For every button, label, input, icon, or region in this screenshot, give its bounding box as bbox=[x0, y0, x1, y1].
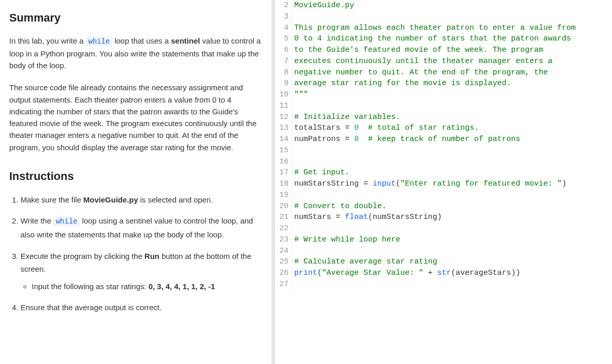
code-line[interactable]: 12 # Initialize variables. bbox=[275, 112, 612, 123]
code-text: """ bbox=[294, 89, 612, 100]
code-line[interactable]: 5 0 to 4 indicating the number of stars … bbox=[275, 33, 612, 45]
code-text: totalStars = 0 # total of star ratings. bbox=[294, 123, 612, 134]
code-text bbox=[294, 279, 612, 290]
line-number: 8 bbox=[275, 67, 292, 78]
code-line[interactable]: 23 # Write while loop here bbox=[275, 234, 612, 246]
code-text: negative number to quit. At the end of t… bbox=[294, 67, 612, 78]
text: loop that uses a bbox=[112, 36, 171, 45]
step-3: Execute the program by clicking the Run … bbox=[21, 250, 262, 293]
line-number: 19 bbox=[275, 190, 292, 201]
step-1: Make sure the file MovieGuide.py is sele… bbox=[21, 193, 262, 207]
text: Make sure the file bbox=[21, 195, 84, 204]
code-text: # Calculate average star rating bbox=[294, 256, 612, 268]
code-line[interactable]: 6 to the Guide's featured movie of the w… bbox=[275, 45, 612, 56]
line-number: 27 bbox=[275, 279, 292, 290]
code-line[interactable]: 21 numStars = float(numStarsString) bbox=[275, 212, 612, 223]
code-text: # Get input. bbox=[294, 167, 612, 178]
step-4: Ensure that the average output is correc… bbox=[21, 301, 262, 314]
line-number: 18 bbox=[275, 178, 292, 190]
text: is selected and open. bbox=[138, 195, 213, 204]
line-number: 20 bbox=[275, 201, 292, 212]
line-number: 4 bbox=[275, 23, 292, 34]
line-number: 17 bbox=[275, 167, 292, 178]
code-line[interactable]: 9 average star rating for the movie is d… bbox=[275, 78, 612, 89]
line-number: 25 bbox=[275, 256, 292, 268]
code-line[interactable]: 10 """ bbox=[275, 89, 612, 100]
line-number: 21 bbox=[275, 212, 292, 223]
line-number: 12 bbox=[275, 112, 292, 123]
code-line[interactable]: 3 bbox=[275, 11, 612, 23]
code-line[interactable]: 27 bbox=[275, 279, 612, 290]
code-line[interactable]: 16 bbox=[275, 156, 612, 168]
code-text: numStars = float(numStarsString) bbox=[294, 212, 612, 223]
step-3-sub-item: Input the following as star ratings: 0, … bbox=[32, 280, 262, 293]
code-text bbox=[294, 156, 612, 168]
line-number: 14 bbox=[275, 134, 292, 145]
line-number: 15 bbox=[275, 145, 292, 156]
instruction-steps: Make sure the file MovieGuide.py is sele… bbox=[9, 193, 262, 314]
line-number: 11 bbox=[275, 100, 292, 112]
line-number: 24 bbox=[275, 246, 292, 257]
code-line[interactable]: 11 bbox=[275, 100, 612, 112]
code-line[interactable]: 18 numStarsString = input("Enter rating … bbox=[275, 178, 612, 190]
code-line[interactable]: 15 bbox=[275, 145, 612, 156]
code-text: executes continuously until the theater … bbox=[294, 56, 612, 67]
code-text: # Initialize variables. bbox=[294, 112, 612, 123]
code-line[interactable]: 17 # Get input. bbox=[275, 167, 612, 178]
while-code: while bbox=[86, 37, 112, 46]
code-text: to the Guide's featured movie of the wee… bbox=[294, 45, 612, 56]
line-number: 9 bbox=[275, 78, 292, 89]
text: Write the bbox=[21, 216, 53, 225]
summary-paragraph-1: In this lab, you write a while loop that… bbox=[9, 35, 262, 71]
code-editor[interactable]: 2 MovieGuide.py 3 4 This program allows … bbox=[275, 0, 612, 364]
code-text bbox=[294, 246, 612, 257]
code-text: average star rating for the movie is dis… bbox=[294, 78, 612, 89]
code-text: 0 to 4 indicating the number of stars th… bbox=[294, 33, 612, 45]
code-text bbox=[294, 223, 612, 234]
code-line[interactable]: 14 numPatrons = 0 # keep track of number… bbox=[275, 134, 612, 145]
code-text bbox=[294, 190, 612, 201]
line-number: 22 bbox=[275, 223, 292, 234]
line-number: 10 bbox=[275, 89, 292, 100]
code-text: print("Average Star Value: " + str(avera… bbox=[294, 268, 612, 279]
step-2: Write the while loop using a sentinel va… bbox=[21, 214, 262, 241]
sentinel-bold: sentinel bbox=[171, 36, 200, 45]
instructions-heading: Instructions bbox=[9, 168, 262, 185]
code-line[interactable]: 26 print("Average Star Value: " + str(av… bbox=[275, 268, 612, 279]
code-text bbox=[294, 145, 612, 156]
instructions-pane: Summary In this lab, you write a while l… bbox=[0, 0, 272, 364]
code-text: This program allows each theater patron … bbox=[294, 23, 612, 34]
code-line[interactable]: 25 # Calculate average star rating bbox=[275, 256, 612, 268]
code-line[interactable]: 8 negative number to quit. At the end of… bbox=[275, 67, 612, 78]
line-number: 2 bbox=[275, 0, 292, 11]
step-3-sublist: Input the following as star ratings: 0, … bbox=[21, 280, 262, 293]
code-text bbox=[294, 11, 612, 23]
summary-paragraph-2: The source code file already contains th… bbox=[9, 82, 262, 153]
ratings-bold: 0, 3, 4, 4, 1, 1, 2, -1 bbox=[149, 282, 215, 291]
filename-bold: MovieGuide.py bbox=[84, 195, 138, 204]
line-number: 26 bbox=[275, 268, 292, 279]
text: In this lab, you write a bbox=[9, 36, 86, 45]
code-line[interactable]: 2 MovieGuide.py bbox=[275, 0, 612, 11]
line-number: 5 bbox=[275, 33, 292, 45]
code-text: # Write while loop here bbox=[294, 234, 612, 246]
code-text bbox=[294, 100, 612, 112]
code-line[interactable]: 13 totalStars = 0 # total of star rating… bbox=[275, 123, 612, 134]
code-line[interactable]: 24 bbox=[275, 246, 612, 257]
code-line[interactable]: 22 bbox=[275, 223, 612, 234]
line-number: 16 bbox=[275, 156, 292, 168]
line-number: 13 bbox=[275, 123, 292, 134]
line-number: 3 bbox=[275, 11, 292, 23]
line-number: 7 bbox=[275, 56, 292, 67]
run-bold: Run bbox=[145, 252, 159, 260]
text: Execute the program by clicking the bbox=[21, 252, 145, 260]
code-text: # Convert to double. bbox=[294, 201, 612, 212]
code-line[interactable]: 7 executes continuously until the theate… bbox=[275, 56, 612, 67]
code-line[interactable]: 4 This program allows each theater patro… bbox=[275, 23, 612, 34]
line-number: 23 bbox=[275, 234, 292, 246]
code-line[interactable]: 19 bbox=[275, 190, 612, 201]
code-line[interactable]: 20 # Convert to double. bbox=[275, 201, 612, 212]
code-text: numPatrons = 0 # keep track of number of… bbox=[294, 134, 612, 145]
code-text: MovieGuide.py bbox=[294, 0, 612, 11]
line-number: 6 bbox=[275, 45, 292, 56]
